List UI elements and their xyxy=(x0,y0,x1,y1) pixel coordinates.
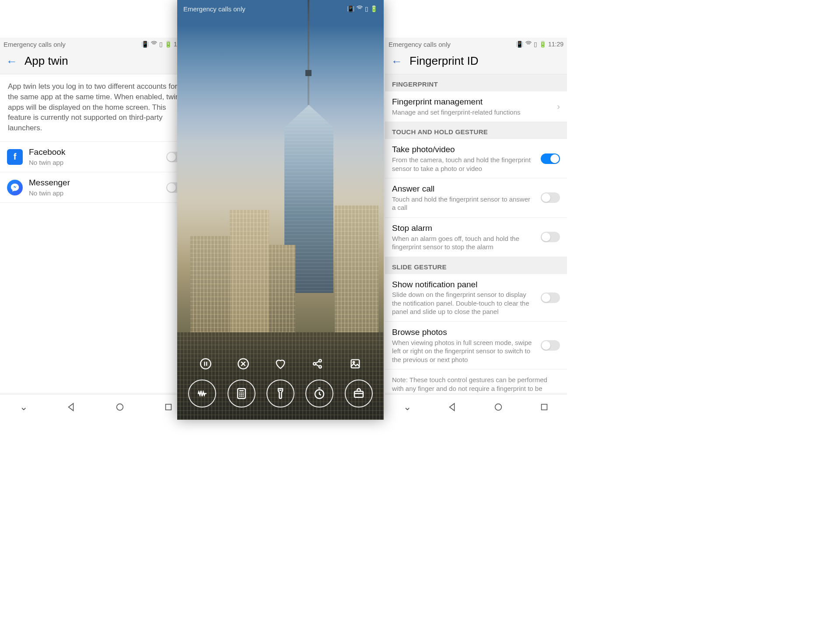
setting-title: Fingerprint management xyxy=(392,97,551,107)
nav-bar: ⌄ xyxy=(0,394,192,419)
setting-sub: Touch and hold the fingerprint sensor to… xyxy=(392,195,535,212)
status-bar: Emergency calls only 📳 ▯ 🔋 11:28 xyxy=(0,38,192,50)
svg-rect-11 xyxy=(354,391,363,397)
header-bar: ← App twin xyxy=(0,50,192,74)
nav-back-icon[interactable] xyxy=(448,402,457,412)
svg-point-12 xyxy=(495,404,501,410)
battery-icon: 🔋 xyxy=(539,41,546,48)
sim-icon: ▯ xyxy=(365,5,368,12)
setting-toggle[interactable] xyxy=(541,153,560,164)
status-bar: Emergency calls only 📳 ▯ 🔋 xyxy=(177,3,384,15)
wifi-icon xyxy=(150,40,158,49)
status-bar: Emergency calls only 📳 ▯ 🔋 11:29 xyxy=(385,38,567,50)
setting-toggle[interactable] xyxy=(541,340,560,351)
share-icon[interactable] xyxy=(309,355,326,373)
nav-back-icon[interactable] xyxy=(66,402,76,412)
heart-icon[interactable] xyxy=(272,355,289,373)
setting-toggle[interactable] xyxy=(541,232,560,242)
header-bar: ← Fingerprint ID xyxy=(385,50,567,74)
setting-row-stop-alarm[interactable]: Stop alarmWhen an alarm goes off, touch … xyxy=(385,218,567,257)
app-row-messenger[interactable]: MessengerNo twin app xyxy=(0,172,192,203)
msg-icon xyxy=(7,180,23,195)
vibrate-icon: 📳 xyxy=(516,41,523,48)
timer-shortcut[interactable] xyxy=(305,380,333,408)
app-sub: No twin app xyxy=(29,189,160,198)
nav-recent-icon[interactable] xyxy=(164,402,173,412)
status-icons: 📳 ▯ 🔋 11:29 xyxy=(516,40,564,49)
status-carrier: Emergency calls only xyxy=(388,41,451,48)
flashlight-shortcut[interactable] xyxy=(266,380,294,408)
section-label: FINGERPRINT xyxy=(385,74,567,91)
setting-title: Take photo/video xyxy=(392,144,535,155)
app-name: Facebook xyxy=(29,147,160,157)
battery-icon: 🔋 xyxy=(370,5,378,12)
section-label: TOUCH AND HOLD GESTURE xyxy=(385,122,567,139)
setting-toggle[interactable] xyxy=(541,293,560,303)
footer-note: Note: These touch control gestures can b… xyxy=(385,369,567,393)
status-time: 11:29 xyxy=(548,41,564,48)
sim-icon: ▯ xyxy=(159,41,163,48)
setting-row-take-photo-video[interactable]: Take photo/videoFrom the camera, touch a… xyxy=(385,139,567,178)
lockscreen-wallpaper[interactable]: Emergency calls only 📳 ▯ 🔋 xyxy=(177,0,384,420)
back-button[interactable]: ← xyxy=(6,56,18,67)
magazine-controls-row xyxy=(177,355,384,373)
nav-home-icon[interactable] xyxy=(115,402,125,412)
recorder-shortcut[interactable] xyxy=(188,380,216,408)
svg-point-8 xyxy=(353,362,354,363)
setting-sub: When an alarm goes off, touch and hold t… xyxy=(392,234,535,251)
fb-icon: f xyxy=(7,149,23,165)
setting-sub: Manage and set fingerprint-related funct… xyxy=(392,108,551,117)
app-row-facebook[interactable]: fFacebookNo twin app xyxy=(0,142,192,172)
page-title: Fingerprint ID xyxy=(410,54,479,68)
pause-icon[interactable] xyxy=(197,355,214,373)
screen-app-twin: Emergency calls only 📳 ▯ 🔋 11:28 ← App t… xyxy=(0,38,192,419)
gallery-icon[interactable] xyxy=(346,355,364,373)
sim-icon: ▯ xyxy=(534,41,537,48)
setting-row-show-notification-panel[interactable]: Show notification panelSlide down on the… xyxy=(385,274,567,322)
svg-point-0 xyxy=(116,404,123,410)
nav-bar: ⌄ xyxy=(385,394,567,419)
wifi-icon xyxy=(525,40,532,49)
setting-title: Browse photos xyxy=(392,327,535,338)
content-scroll[interactable]: FINGERPRINTFingerprint managementManage … xyxy=(385,74,567,393)
setting-title: Stop alarm xyxy=(392,223,535,233)
setting-row-fingerprint-management[interactable]: Fingerprint managementManage and set fin… xyxy=(385,91,567,122)
vibrate-icon: 📳 xyxy=(347,5,354,12)
battery-icon: 🔋 xyxy=(164,41,172,48)
calculator-shortcut[interactable] xyxy=(228,380,256,408)
setting-sub: When viewing photos in full screen mode,… xyxy=(392,338,535,364)
back-button[interactable]: ← xyxy=(391,56,402,67)
nav-home-icon[interactable] xyxy=(494,402,503,412)
setting-title: Show notification panel xyxy=(392,279,535,290)
description-text: App twin lets you log in to two differen… xyxy=(0,74,192,142)
setting-title: Answer call xyxy=(392,184,535,194)
nav-hide-icon[interactable]: ⌄ xyxy=(403,401,411,413)
svg-rect-7 xyxy=(351,360,359,368)
setting-sub: Slide down on the fingerprint sensor to … xyxy=(392,290,535,316)
status-carrier: Emergency calls only xyxy=(4,41,66,48)
section-label: SLIDE GESTURE xyxy=(385,257,567,274)
setting-row-browse-photos[interactable]: Browse photosWhen viewing photos in full… xyxy=(385,322,567,369)
status-icons: 📳 ▯ 🔋 xyxy=(347,5,378,13)
setting-row-answer-call[interactable]: Answer callTouch and hold the fingerprin… xyxy=(385,178,567,218)
shortcut-row xyxy=(177,380,384,408)
page-title: App twin xyxy=(24,54,68,68)
toolbox-shortcut[interactable] xyxy=(345,380,373,408)
app-name: Messenger xyxy=(29,178,160,188)
screen-fingerprint-id: Emergency calls only 📳 ▯ 🔋 11:29 ← Finge… xyxy=(385,38,567,419)
setting-toggle[interactable] xyxy=(541,192,560,203)
svg-point-2 xyxy=(201,359,211,369)
content-scroll[interactable]: App twin lets you log in to two differen… xyxy=(0,74,192,393)
wifi-icon xyxy=(356,5,363,13)
vibrate-icon: 📳 xyxy=(141,41,149,48)
svg-rect-1 xyxy=(165,404,171,410)
setting-sub: From the camera, touch and hold the fing… xyxy=(392,156,535,173)
close-icon[interactable] xyxy=(234,355,252,373)
status-carrier: Emergency calls only xyxy=(183,5,245,13)
nav-hide-icon[interactable]: ⌄ xyxy=(20,401,28,413)
svg-rect-13 xyxy=(541,404,547,410)
app-sub: No twin app xyxy=(29,158,160,167)
nav-recent-icon[interactable] xyxy=(539,402,549,412)
screen-lockscreen: Emergency calls only 📳 ▯ 🔋 xyxy=(177,0,384,420)
chevron-right-icon: › xyxy=(557,101,560,111)
